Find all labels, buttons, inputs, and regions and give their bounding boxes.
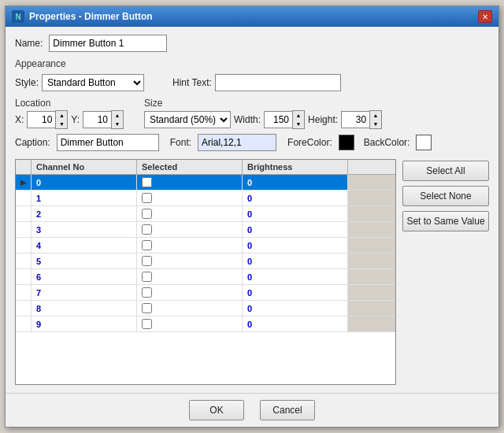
- row-brightness-cell: 0: [243, 238, 348, 253]
- row-checkbox[interactable]: [142, 256, 152, 266]
- table-row[interactable]: 7 0: [16, 285, 395, 301]
- row-arrow-cell: [16, 316, 32, 331]
- row-extra-cell: [348, 316, 395, 331]
- width-input[interactable]: [264, 111, 292, 128]
- y-input[interactable]: [83, 111, 111, 128]
- content-area: Name: Appearance Style: Standard Button …: [6, 27, 498, 393]
- row-extra-cell: [348, 301, 395, 316]
- row-channel-cell: 1: [32, 191, 137, 205]
- table-row[interactable]: 9 0: [16, 316, 395, 332]
- style-label: Style:: [15, 77, 39, 88]
- row-brightness-cell: 0: [243, 269, 348, 284]
- row-arrow-cell: [16, 238, 32, 253]
- font-label: Font:: [170, 137, 191, 148]
- y-down-button[interactable]: ▼: [112, 120, 123, 128]
- row-checkbox[interactable]: [142, 319, 152, 329]
- row-selected-cell[interactable]: [137, 285, 243, 300]
- name-row: Name:: [15, 35, 489, 52]
- size-select[interactable]: Small (25%) Standard (50%) Large (75%) F…: [144, 111, 231, 128]
- row-checkbox[interactable]: [142, 240, 152, 250]
- height-down-button[interactable]: ▼: [370, 120, 381, 128]
- table-row[interactable]: 1 0: [16, 191, 395, 206]
- row-checkbox[interactable]: [142, 287, 152, 298]
- name-input[interactable]: [49, 35, 167, 52]
- row-checkbox[interactable]: [142, 224, 152, 235]
- row-arrow-cell: [16, 285, 32, 300]
- col-selected-header: Selected: [137, 160, 243, 174]
- y-up-button[interactable]: ▲: [112, 111, 123, 120]
- style-select[interactable]: Standard Button Toggle Button Momentary …: [42, 74, 144, 91]
- row-extra-cell: [348, 269, 395, 284]
- row-arrow-cell: [16, 269, 32, 284]
- row-selected-cell[interactable]: [137, 269, 243, 284]
- width-up-button[interactable]: ▲: [293, 111, 304, 120]
- size-label: Size: [144, 98, 382, 109]
- caption-input[interactable]: [57, 134, 159, 151]
- row-selected-cell[interactable]: [137, 316, 243, 331]
- main-area: Channel No Selected Brightness ▶ 0 0 1: [15, 159, 489, 385]
- table-row[interactable]: ▶ 0 0: [16, 175, 395, 191]
- row-checkbox[interactable]: [142, 303, 152, 313]
- row-selected-cell[interactable]: [137, 301, 243, 316]
- backcolor-label: BackColor:: [364, 137, 410, 148]
- table-row[interactable]: 4 0: [16, 238, 395, 254]
- appearance-section: Appearance: [15, 57, 489, 69]
- row-brightness-cell: 0: [243, 285, 348, 300]
- row-channel-cell: 0: [32, 175, 137, 190]
- ok-button[interactable]: OK: [189, 400, 244, 420]
- appearance-label: Appearance: [15, 58, 66, 69]
- x-label: X:: [15, 114, 24, 125]
- row-arrow-cell: [16, 206, 32, 221]
- table-row[interactable]: 8 0: [16, 301, 395, 316]
- row-selected-cell[interactable]: [137, 206, 243, 221]
- height-up-button[interactable]: ▲: [370, 111, 381, 120]
- row-selected-cell[interactable]: [137, 254, 243, 268]
- main-window: N Properties - Dimmer Button ✕ Name: App…: [5, 6, 499, 427]
- select-all-button[interactable]: Select All: [402, 161, 489, 181]
- table-row[interactable]: 3 0: [16, 222, 395, 238]
- row-selected-cell[interactable]: [137, 222, 243, 237]
- select-none-button[interactable]: Select None: [402, 186, 489, 206]
- table-row[interactable]: 5 0: [16, 254, 395, 269]
- x-up-button[interactable]: ▲: [56, 111, 67, 120]
- close-button[interactable]: ✕: [478, 10, 492, 23]
- hint-label: Hint Text:: [172, 77, 212, 88]
- caption-row: Caption: Font: ForeColor: BackColor:: [15, 134, 489, 151]
- table-row[interactable]: 2 0: [16, 206, 395, 222]
- row-checkbox[interactable]: [142, 209, 152, 219]
- row-brightness-cell: 0: [243, 254, 348, 268]
- hint-input[interactable]: [215, 74, 341, 91]
- row-brightness-cell: 0: [243, 191, 348, 205]
- row-channel-cell: 9: [32, 316, 137, 331]
- width-down-button[interactable]: ▼: [293, 120, 304, 128]
- location-size-row: Location X: ▲ ▼ Y: ▲: [15, 96, 489, 129]
- row-checkbox[interactable]: [142, 272, 152, 282]
- row-extra-cell: [348, 191, 395, 205]
- row-channel-cell: 3: [32, 222, 137, 237]
- table-row[interactable]: 6 0: [16, 269, 395, 285]
- table-header: Channel No Selected Brightness: [16, 160, 395, 175]
- row-extra-cell: [348, 206, 395, 221]
- col-arrow-header: [16, 160, 32, 174]
- set-same-value-button[interactable]: Set to Same Value: [402, 211, 489, 231]
- col-extra-header: [348, 160, 395, 174]
- row-selected-cell[interactable]: [137, 191, 243, 205]
- x-down-button[interactable]: ▼: [56, 120, 67, 128]
- x-input[interactable]: [27, 111, 55, 128]
- row-checkbox[interactable]: [142, 177, 152, 187]
- cancel-button[interactable]: Cancel: [260, 400, 315, 420]
- row-arrow-cell: [16, 254, 32, 268]
- row-extra-cell: [348, 285, 395, 300]
- row-arrow-cell: [16, 222, 32, 237]
- forecolor-box[interactable]: [339, 135, 354, 150]
- backcolor-box[interactable]: [416, 135, 432, 150]
- row-selected-cell[interactable]: [137, 238, 243, 253]
- row-selected-cell[interactable]: [137, 175, 243, 190]
- height-input[interactable]: [341, 111, 369, 128]
- name-label: Name:: [15, 38, 43, 49]
- row-brightness-cell: 0: [243, 301, 348, 316]
- row-extra-cell: [348, 254, 395, 268]
- font-input[interactable]: [198, 134, 276, 151]
- row-brightness-cell: 0: [243, 316, 348, 331]
- row-checkbox[interactable]: [142, 193, 152, 203]
